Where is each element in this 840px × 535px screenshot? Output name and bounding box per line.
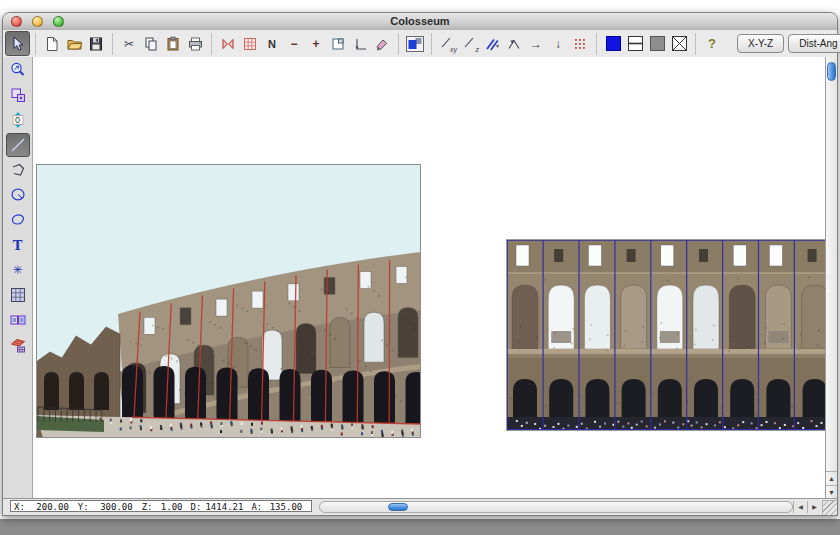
red-grid-icon [242,36,258,52]
zero-level-tool[interactable]: 0 [6,108,30,132]
zero-level-label: 0 [12,115,23,125]
perpendicular-button[interactable] [349,32,371,56]
toolbar-divider [695,33,696,55]
scissors-icon: ✂ [124,38,134,50]
toolbar-divider [35,33,36,55]
printer-icon [187,36,204,52]
zoom-window-button[interactable] [53,16,64,27]
line-xy-button[interactable]: xy [437,32,459,56]
split-rows-button[interactable] [624,32,646,56]
split-rows-icon [627,35,644,52]
toolbar-divider [398,33,399,55]
open-folder-icon [66,36,83,52]
xyz-mode-button[interactable]: X-Y-Z [737,34,784,53]
pointer-arrow-icon [10,36,26,52]
xyz-mode-label: X-Y-Z [748,38,773,49]
apex-arrow-button[interactable] [503,32,525,56]
mesh-roof-icon [9,336,27,354]
d-value: 1414.21 [201,501,243,513]
dual-view-tool[interactable] [6,308,30,332]
crossed-box-icon [671,35,688,52]
parallel-lines-button[interactable] [481,32,503,56]
fill-blue-button[interactable] [602,32,624,56]
copy-button[interactable] [140,32,162,56]
resize-grip[interactable] [822,500,837,515]
table-tool[interactable] [6,283,30,307]
grid-button[interactable] [239,32,261,56]
zoom-tool[interactable] [6,58,30,82]
plus-button[interactable]: + [305,32,327,56]
line-icon [9,136,27,154]
paste-button[interactable] [162,32,184,56]
print-button[interactable] [184,32,206,56]
circle-icon [9,186,27,204]
horizontal-scrollbar[interactable] [319,501,793,513]
window-region-button[interactable] [327,32,349,56]
floppy-disk-icon [88,36,104,52]
mesh-tool[interactable] [6,333,30,357]
y-value: 300.00 [89,501,133,513]
normal-button[interactable]: N [261,32,283,56]
copy-frames-tool[interactable] [6,83,30,107]
line-z-button[interactable]: z [459,32,481,56]
scroll-down-button[interactable]: ▼ [826,485,837,499]
drawing-canvas[interactable] [33,57,825,499]
x-label: X: [14,501,25,513]
text-tool[interactable]: T [6,233,30,257]
scroll-right-button[interactable]: ▶ [807,501,821,513]
copy-icon [143,36,159,52]
a-value: 135.00 [262,501,302,513]
vertical-scrollbar-thumb[interactable] [827,62,836,81]
paste-clipboard-icon [165,36,181,52]
open-file-button[interactable] [63,32,85,56]
minimize-window-button[interactable] [32,16,43,27]
toolbar-divider [211,33,212,55]
plus-icon: + [312,38,319,50]
x-value: 200.00 [25,501,69,513]
apex-arrow-icon [506,36,522,52]
tool-column: 0 [3,57,33,499]
eraser-button[interactable] [371,32,393,56]
mirror-bowtie-icon [220,36,236,52]
horizontal-scrollbar-thumb[interactable] [388,503,408,511]
curve-tool[interactable] [6,208,30,232]
z-label: Z: [142,501,153,513]
y-label: Y: [78,501,89,513]
close-window-button[interactable] [11,16,22,27]
crossed-box-button[interactable] [668,32,690,56]
arrow-down-button[interactable]: ↓ [547,32,569,56]
magnifier-icon [9,61,27,79]
cut-button[interactable]: ✂ [118,32,140,56]
scroll-left-button[interactable]: ◀ [793,501,807,513]
mirror-button[interactable] [217,32,239,56]
toolbar-divider [112,33,113,55]
blue-swatch-icon [605,35,622,52]
pointer-tool-button[interactable] [5,31,30,56]
title-bar[interactable]: Colosseum [3,13,837,31]
point-grid-button[interactable] [569,32,591,56]
line-xy-icon: xy [439,35,457,53]
save-button[interactable] [85,32,107,56]
image-view-button[interactable] [404,32,426,56]
minus-button[interactable]: − [283,32,305,56]
point-tool[interactable]: ✳ [6,258,30,282]
scroll-up-button[interactable]: ▲ [826,471,837,485]
line-z-icon: z [461,35,479,53]
arrow-down-icon: ↓ [555,38,561,50]
line-tool[interactable] [6,133,30,157]
distang-mode-button[interactable]: Dist-Ang [788,34,840,53]
new-document-button[interactable] [41,32,63,56]
app-window: Colosseum [2,12,838,516]
colosseum-photo-rectified[interactable] [506,239,825,431]
toolbar-divider [596,33,597,55]
circle-tool[interactable] [6,183,30,207]
frames-copy-icon [9,86,27,104]
z-value: 1.00 [153,501,183,513]
help-button[interactable]: ? [701,32,723,56]
text-tool-icon: T [13,239,23,252]
polyline-tool[interactable] [6,158,30,182]
colosseum-photo-perspective[interactable] [36,164,421,438]
arrow-right-button[interactable]: → [525,32,547,56]
vertical-scrollbar[interactable]: ▲ ▼ [825,57,837,499]
fill-gray-button[interactable] [646,32,668,56]
